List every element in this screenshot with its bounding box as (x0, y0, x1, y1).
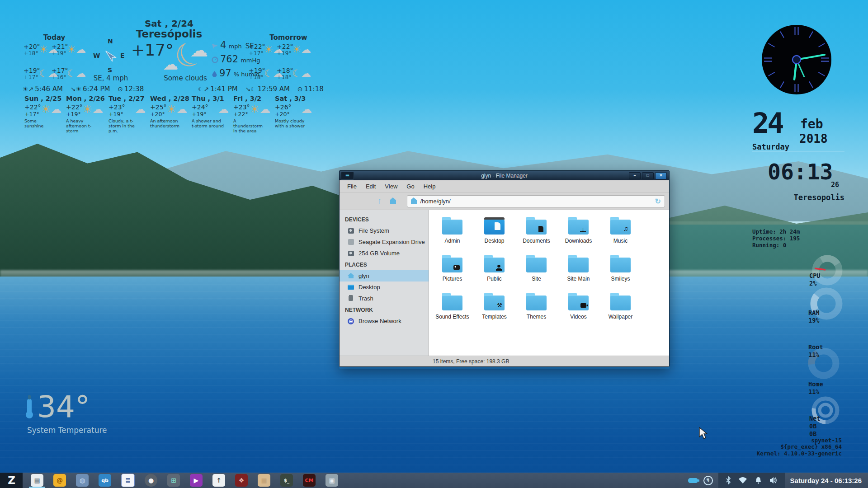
sidebar-item-device[interactable]: Seagate Expansion Drive (340, 236, 429, 248)
path-home-icon (411, 200, 417, 204)
privacy-browser[interactable]: ◍ (76, 474, 89, 487)
mouse-cursor (698, 427, 710, 440)
qbittorrent[interactable]: qb (99, 474, 111, 487)
reload-icon[interactable]: ↻ (655, 197, 661, 206)
path-text[interactable]: /home/glyn/ (420, 198, 655, 205)
file-item[interactable]: Themes (515, 291, 557, 329)
sidebar-item-device[interactable]: File System (340, 225, 429, 236)
screen-layout-tool[interactable]: ▣ (326, 474, 338, 487)
menu-item[interactable]: View (381, 182, 401, 191)
terminal[interactable]: $_ (280, 474, 293, 487)
app-icon-glyph: CM (305, 478, 313, 483)
folder-icon (526, 220, 547, 235)
wifi-icon[interactable] (738, 477, 747, 484)
sidebar-item-device[interactable]: 254 GB Volume (340, 248, 429, 259)
sysmon-uptime-block: Uptime: 2h 24m Processes: 195 Running: 0 (752, 229, 800, 249)
notifications-bell-icon[interactable] (755, 477, 762, 484)
file-manager[interactable]: ▤ (31, 474, 43, 487)
sidebar-item-network[interactable]: Browse Network (340, 315, 429, 327)
cinelerra[interactable]: CM (303, 474, 316, 487)
calculator[interactable]: ⊞ (167, 474, 180, 487)
menu-item[interactable]: Help (420, 182, 439, 191)
start-menu-button[interactable]: Z (0, 473, 23, 488)
file-name: Sound Effects (435, 314, 469, 320)
statusbar: 15 items, Free space: 198.3 GB (340, 356, 669, 366)
sunrise-time: 5:46 AM (35, 85, 63, 93)
door-utility[interactable]: ↑ (212, 474, 225, 487)
sidebar-item-label: 254 GB Volume (359, 250, 400, 257)
volume-icon[interactable] (769, 477, 778, 484)
menu-item[interactable]: Edit (362, 182, 379, 191)
drive-icon (347, 227, 354, 235)
sidebar-item-place[interactable]: glyn (340, 270, 429, 282)
file-item[interactable]: Site (515, 253, 557, 291)
file-item[interactable]: Videos (557, 291, 599, 329)
taskbar-clock[interactable]: Saturday 24 - 06:13:26 (785, 477, 868, 484)
sidebar-item-label: glyn (359, 272, 369, 279)
forecast-day: Mon , 2/26 +22° +19° ☀☾☁ A heavy afterno… (66, 95, 106, 134)
menu-item[interactable]: Go (403, 182, 418, 191)
up-button[interactable]: ↑ (377, 196, 382, 206)
ram-gauge: RAM 19% (808, 309, 819, 324)
sunrise-icon: ☀↗ (23, 85, 33, 93)
file-name: Site (532, 276, 541, 282)
file-item[interactable]: Public (473, 253, 515, 291)
forecast-day-name: Wed , 2/28 (150, 95, 190, 102)
forecast-day-name: Mon , 2/26 (66, 95, 106, 102)
processes: Processes: 195 (752, 235, 800, 242)
media-player[interactable]: ▶ (190, 474, 203, 487)
arch: ${pre_exec} x86_64 (705, 444, 842, 450)
weather-icon: ☀☾☁ (67, 68, 86, 79)
forecast-day-name: Tue , 2/27 (108, 95, 148, 102)
clock-city: Teresopolis (768, 193, 844, 202)
mail-client[interactable]: @ (53, 474, 66, 487)
power-icon[interactable]: ↯ (703, 476, 713, 485)
file-item[interactable]: Templates (473, 291, 515, 329)
weather-icon: ☀☾☁ (292, 68, 311, 79)
humidity-drop-icon (212, 70, 217, 77)
close-button[interactable]: ✕ (655, 172, 667, 179)
forecast-day: Sun , 2/25 +22° +17° ☀☾☁ Some sunshine (24, 95, 64, 129)
battery-icon[interactable] (688, 478, 698, 483)
forecast-desc: Cloudy, a t-storm in the p.m. (108, 119, 141, 134)
file-item[interactable]: Sound Effects (431, 291, 473, 329)
root-gauge: Root 11% (808, 343, 823, 359)
tan-folder-app[interactable]: ▦ (258, 474, 270, 487)
file-item[interactable]: Downloads (557, 216, 599, 253)
menu-item[interactable]: File (344, 182, 360, 191)
bluetooth-icon[interactable] (726, 476, 731, 484)
maximize-button[interactable]: □ (642, 172, 654, 179)
sidebar-item-label: Desktop (359, 284, 380, 291)
video-tool[interactable]: ❖ (235, 474, 248, 487)
folder-emblem-icon (538, 226, 543, 232)
app-icon-glyph: ▤ (34, 477, 40, 484)
sidebar-item-place[interactable]: Desktop (340, 282, 429, 293)
minimize-button[interactable]: – (629, 172, 641, 179)
writer-document[interactable]: ≣ (121, 474, 135, 487)
home-button[interactable] (390, 196, 400, 206)
path-bar[interactable]: /home/glyn/ ↻ (407, 195, 665, 207)
file-item[interactable]: Documents (515, 216, 557, 253)
net-label: Net (809, 415, 820, 422)
compass-n: N (108, 38, 113, 45)
file-list[interactable]: Admin Desktop Documents (429, 210, 669, 356)
folder-emblem-icon (580, 303, 586, 308)
file-name: Videos (570, 314, 586, 320)
audio-recorder[interactable]: ● (145, 474, 157, 487)
sidebar: DEVICES File System Seagate Expansion Dr… (340, 210, 429, 356)
today-cell: +17° +16° ☀☾☁ (52, 67, 87, 87)
file-item[interactable]: Site Main (557, 253, 599, 291)
file-item[interactable]: Desktop (473, 216, 515, 253)
sidebar-item-place[interactable]: Trash (340, 293, 429, 304)
file-item[interactable]: Smileys (599, 253, 642, 291)
net-gauge: Net 0B 0B (809, 415, 820, 438)
folder-icon (568, 220, 589, 235)
weather-icon: ☀☾☁ (250, 103, 270, 116)
file-item[interactable]: Music (599, 216, 642, 253)
drive-icon (347, 250, 354, 257)
window-titlebar[interactable]: ☰ glyn - File Manager – □ ✕ (340, 171, 669, 180)
file-item[interactable]: Wallpaper (599, 291, 642, 329)
file-item[interactable]: Pictures (431, 253, 473, 291)
file-name: Smileys (611, 276, 630, 282)
file-item[interactable]: Admin (431, 216, 473, 253)
